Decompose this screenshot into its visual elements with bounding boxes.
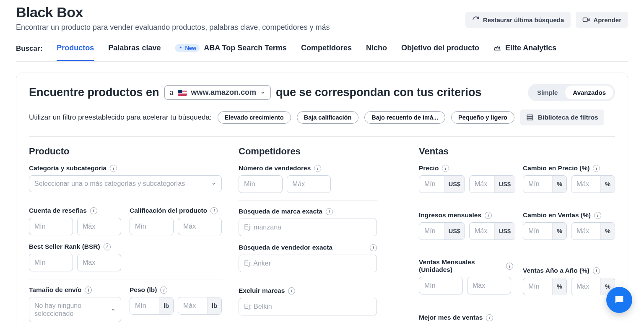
price-change-min-input[interactable] <box>523 180 552 188</box>
category-label: Categoría y subcategoría <box>29 164 106 172</box>
sales-change-max-input[interactable] <box>571 227 600 235</box>
info-icon[interactable] <box>486 314 493 321</box>
tab-competidores[interactable]: Competidores <box>301 44 352 61</box>
category-select[interactable]: Seleccionar una o más categorías y subca… <box>29 175 222 192</box>
mode-simple[interactable]: Simple <box>530 86 565 99</box>
column-competidores: Competidores Número de vendedores Búsque… <box>239 146 402 323</box>
amazon-logo-icon: a <box>170 88 174 97</box>
price-change-max-input[interactable] <box>571 180 600 188</box>
price-change-label: Cambio en Precio (%) <box>523 164 589 172</box>
tab-objetivo-producto[interactable]: Objetivo del producto <box>401 44 479 61</box>
yoy-min-input[interactable] <box>523 283 552 290</box>
column-producto: Producto Categoría y subcategoría Selecc… <box>29 146 222 323</box>
yoy-label: Ventas Año a Año (%) <box>523 267 589 274</box>
lb-unit: lb <box>207 297 221 314</box>
usd-unit: US$ <box>494 176 515 193</box>
pct-unit: % <box>600 176 615 193</box>
search-tabs: Buscar: Productos Palabras clave New ABA… <box>16 44 628 62</box>
info-icon[interactable] <box>326 208 333 215</box>
info-icon[interactable] <box>210 207 218 214</box>
info-icon[interactable] <box>485 212 492 219</box>
tab-aba-top-search[interactable]: New ABA Top Search Terms <box>175 44 286 61</box>
tab-palabras-clave[interactable]: Palabras clave <box>108 44 161 61</box>
marketplace-selector[interactable]: a www.amazon.com <box>164 85 271 100</box>
pct-unit: % <box>552 176 566 193</box>
tabs-label: Buscar: <box>16 44 42 60</box>
rating-max-input[interactable] <box>178 223 221 230</box>
price-max-input[interactable] <box>470 180 494 188</box>
bsr-max-input[interactable] <box>78 259 121 266</box>
tab-productos[interactable]: Productos <box>57 44 94 61</box>
info-icon[interactable] <box>90 207 97 214</box>
svg-rect-3 <box>527 119 533 120</box>
weight-max-input[interactable] <box>178 302 207 310</box>
restore-search-button[interactable]: Restaurar última búsqueda <box>465 12 571 28</box>
weight-label: Peso (lb) <box>130 286 157 294</box>
reviews-max-input[interactable] <box>78 223 121 230</box>
page-title: Black Box <box>16 4 330 21</box>
seller-search-input[interactable] <box>239 260 377 267</box>
info-icon[interactable] <box>314 165 321 172</box>
video-icon <box>582 16 590 23</box>
info-icon[interactable] <box>85 287 92 294</box>
pct-unit: % <box>552 223 566 240</box>
preset-chip-low-images[interactable]: Bajo recuento de imá... <box>364 111 445 124</box>
info-icon[interactable] <box>594 212 601 219</box>
sparkle-icon <box>178 46 183 51</box>
revenue-label: Ingresos mensuales <box>419 211 481 219</box>
info-icon[interactable] <box>160 287 167 294</box>
us-flag-icon <box>178 90 187 96</box>
sellers-max-input[interactable] <box>287 180 330 188</box>
sellers-label: Número de vendedores <box>239 164 311 172</box>
producto-title: Producto <box>29 146 222 157</box>
chat-icon <box>613 294 625 306</box>
units-max-input[interactable] <box>467 282 511 289</box>
learn-button[interactable]: Aprender <box>576 12 628 28</box>
ventas-title: Ventas <box>419 146 615 157</box>
tab-elite-analytics[interactable]: Elite Analytics <box>493 44 556 61</box>
info-icon[interactable] <box>506 263 513 270</box>
info-icon[interactable] <box>593 165 600 172</box>
brand-search-input[interactable] <box>239 224 377 231</box>
revenue-min-input[interactable] <box>419 227 444 235</box>
bsr-label: Best Seller Rank (BSR) <box>29 243 100 250</box>
info-icon[interactable] <box>593 267 600 274</box>
info-icon[interactable] <box>104 243 111 250</box>
tab-nicho[interactable]: Nicho <box>366 44 387 61</box>
weight-min-input[interactable] <box>130 302 159 310</box>
reviews-label: Cuenta de reseñas <box>29 207 87 214</box>
preset-chip-growth[interactable]: Elevado crecimiento <box>218 111 291 124</box>
pct-unit: % <box>600 223 615 240</box>
preset-chip-small-light[interactable]: Pequeño y ligero <box>451 111 514 124</box>
svg-rect-1 <box>527 115 533 116</box>
ship-size-select[interactable]: No hay ninguno seleccionado <box>29 297 121 322</box>
usd-unit: US$ <box>494 223 515 240</box>
sales-change-min-input[interactable] <box>523 227 552 235</box>
chat-fab[interactable] <box>606 287 632 313</box>
exclude-brands-input[interactable] <box>239 303 377 310</box>
preset-chip-low-rating[interactable]: Baja calificación <box>297 111 359 124</box>
filter-library-button[interactable]: Biblioteca de filtros <box>520 109 604 125</box>
bsr-min-input[interactable] <box>29 259 73 266</box>
yoy-max-input[interactable] <box>571 283 600 290</box>
info-icon[interactable] <box>110 165 117 172</box>
page-subtitle: Encontrar un producto para vender evalua… <box>16 23 330 32</box>
column-ventas: Ventas Precio US$ US$ Cambio en Precio (… <box>419 146 615 323</box>
preset-label: Utilizar un filtro preestablecido para a… <box>29 113 212 122</box>
rating-min-input[interactable] <box>130 223 173 230</box>
sellers-min-input[interactable] <box>239 180 282 188</box>
price-min-input[interactable] <box>419 180 444 188</box>
price-label: Precio <box>419 164 439 172</box>
info-icon[interactable] <box>288 287 295 294</box>
info-icon[interactable] <box>442 165 449 172</box>
pct-unit: % <box>552 278 566 295</box>
info-icon[interactable] <box>370 244 377 251</box>
lb-unit: lb <box>159 297 173 314</box>
rating-label: Calificación del producto <box>130 207 207 214</box>
revenue-max-input[interactable] <box>470 227 494 235</box>
sales-change-label: Cambio en Ventas (%) <box>523 211 591 219</box>
units-min-input[interactable] <box>419 282 462 289</box>
mode-toggle: Simple Avanzados <box>528 84 615 101</box>
reviews-min-input[interactable] <box>29 223 73 230</box>
mode-advanced[interactable]: Avanzados <box>565 86 613 99</box>
